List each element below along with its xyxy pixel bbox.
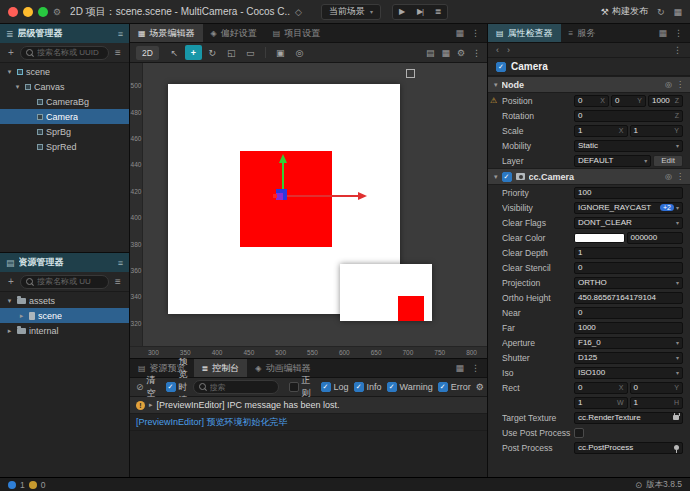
assets-item-scene[interactable]: ▸ scene <box>0 308 129 323</box>
color-swatch[interactable] <box>574 233 625 243</box>
current-scene-dropdown[interactable]: 当前场景 <box>321 4 381 20</box>
checkbox[interactable] <box>387 382 397 392</box>
pivot-toggle-button[interactable] <box>272 45 289 60</box>
post-process-field[interactable]: cc.PostProcess <box>574 442 683 454</box>
clear-depth-input[interactable]: 1 <box>574 247 683 259</box>
refresh-icon[interactable] <box>657 7 665 17</box>
panel-layout-icon[interactable] <box>658 28 667 38</box>
assets-item-assets[interactable]: ▾ assets <box>0 293 129 308</box>
gizmo-center-handle[interactable] <box>276 193 283 200</box>
tab-services[interactable]: 服务 <box>561 24 604 42</box>
hierarchy-item-sprbg[interactable]: SprBg <box>0 124 129 139</box>
coord-toggle-button[interactable] <box>291 45 308 60</box>
hierarchy-header[interactable]: 层级管理器 <box>0 24 129 43</box>
position-x-input[interactable]: 0X <box>574 95 609 107</box>
checkbox[interactable] <box>166 382 176 392</box>
position-y-input[interactable]: 0Y <box>611 95 646 107</box>
collapse-arrow-icon[interactable] <box>494 173 498 181</box>
position-z-input[interactable]: 1000Z <box>648 95 683 107</box>
console-message-warning[interactable]: [PreviewInEditor] IPC message has been l… <box>130 397 487 414</box>
hierarchy-item-canvas[interactable]: ▾ Canvas <box>0 79 129 94</box>
more-icon[interactable] <box>472 48 481 58</box>
zoom-button[interactable] <box>38 7 48 17</box>
mode-2d-button[interactable]: 2D <box>136 46 159 60</box>
ortho-height-input[interactable]: 450.86567164179104 <box>574 292 683 304</box>
assets-item-internal[interactable]: ▸ internal <box>0 323 129 338</box>
priority-input[interactable]: 100 <box>574 187 683 199</box>
iso-dropdown[interactable]: ISO100 <box>574 367 683 379</box>
filter-log-toggle[interactable]: Log <box>321 382 349 392</box>
console-search-input[interactable] <box>210 383 273 392</box>
rect-w-input[interactable]: 1W <box>574 397 628 409</box>
expand-arrow-icon[interactable] <box>149 401 153 409</box>
console-search[interactable] <box>193 380 279 394</box>
expand-arrow-icon[interactable]: ▸ <box>5 327 14 335</box>
expand-arrow-icon[interactable]: ▸ <box>17 312 26 320</box>
play-button[interactable] <box>393 7 411 16</box>
expand-arrow-icon[interactable]: ▾ <box>5 297 14 305</box>
camera-section-header[interactable]: cc.Camera <box>488 168 690 185</box>
scene-mode-icon[interactable] <box>295 7 302 17</box>
hierarchy-item-sprred[interactable]: SprRed <box>0 139 129 154</box>
far-input[interactable]: 1000 <box>574 322 683 334</box>
panel-layout-icon[interactable] <box>455 363 464 373</box>
close-button[interactable] <box>8 7 18 17</box>
create-node-button[interactable] <box>5 47 17 58</box>
node-section-header[interactable]: Node <box>488 76 690 93</box>
console-message-info[interactable]: [PreviewInEditor] 预览环境初始化完毕 <box>130 414 487 431</box>
near-input[interactable]: 0 <box>574 307 683 319</box>
tab-project-settings[interactable]: 项目设置 <box>265 24 329 42</box>
expand-arrow-icon[interactable]: ▾ <box>13 83 22 91</box>
clear-color-hex-input[interactable]: 000000 <box>627 232 684 244</box>
panel-more-icon[interactable] <box>471 363 480 373</box>
tab-scene-editor[interactable]: 场景编辑器 <box>130 24 203 42</box>
assets-search[interactable] <box>20 275 109 289</box>
projection-dropdown[interactable]: ORTHO <box>574 277 683 289</box>
info-count-icon[interactable] <box>8 481 16 489</box>
hierarchy-search-input[interactable] <box>37 48 103 57</box>
rect-x-input[interactable]: 0X <box>574 382 628 394</box>
scene-view-gizmo-icon[interactable] <box>406 69 415 78</box>
history-forward-icon[interactable] <box>507 45 510 55</box>
layout-icon[interactable] <box>673 7 682 17</box>
view-settings-icon[interactable] <box>441 48 450 58</box>
build-button[interactable]: 构建发布 <box>601 5 648 18</box>
move-tool-button[interactable] <box>185 45 202 60</box>
filter-info-toggle[interactable]: Info <box>354 382 382 392</box>
assets-header[interactable]: 资源管理器 <box>0 253 129 272</box>
expand-arrow-icon[interactable]: ▾ <box>5 68 14 76</box>
rect-h-input[interactable]: 1H <box>630 397 684 409</box>
grid-settings-icon[interactable] <box>426 48 435 58</box>
assets-search-input[interactable] <box>37 277 103 286</box>
aperture-dropdown[interactable]: F16_0 <box>574 337 683 349</box>
panel-menu-icon[interactable] <box>118 258 123 268</box>
visibility-dropdown[interactable]: IGNORE_RAYCAST +2 <box>574 202 683 214</box>
layer-dropdown[interactable]: DEFAULT <box>574 155 651 167</box>
help-icon[interactable] <box>665 172 672 181</box>
shutter-dropdown[interactable]: D125 <box>574 352 683 364</box>
scale-x-input[interactable]: 1X <box>574 125 628 137</box>
use-post-process-checkbox[interactable] <box>574 428 584 438</box>
checkbox[interactable] <box>354 382 364 392</box>
checkbox[interactable] <box>321 382 331 392</box>
tab-console[interactable]: 控制台 <box>194 359 248 377</box>
rect-tool-button[interactable] <box>242 45 259 60</box>
history-back-icon[interactable] <box>496 45 499 55</box>
checkbox[interactable] <box>289 382 299 392</box>
update-status-icon[interactable] <box>635 480 642 490</box>
tab-inspector[interactable]: 属性检查器 <box>488 24 561 42</box>
checkbox[interactable] <box>438 382 448 392</box>
hierarchy-item-camera[interactable]: Camera <box>0 109 129 124</box>
step-button[interactable] <box>411 7 429 16</box>
scale-tool-button[interactable] <box>223 45 240 60</box>
clear-flags-dropdown[interactable]: DONT_CLEAR <box>574 217 683 229</box>
node-active-checkbox[interactable] <box>496 62 506 72</box>
target-texture-field[interactable]: cc.RenderTexture <box>574 412 683 424</box>
panel-more-icon[interactable] <box>471 28 480 38</box>
inspector-more-icon[interactable] <box>673 45 682 55</box>
hierarchy-item-camerabg[interactable]: CameraBg <box>0 94 129 109</box>
clear-stencil-input[interactable]: 0 <box>574 262 683 274</box>
gizmo-x-axis[interactable] <box>285 195 358 197</box>
hierarchy-filter-icon[interactable] <box>112 47 124 58</box>
filter-error-toggle[interactable]: Error <box>438 382 471 392</box>
